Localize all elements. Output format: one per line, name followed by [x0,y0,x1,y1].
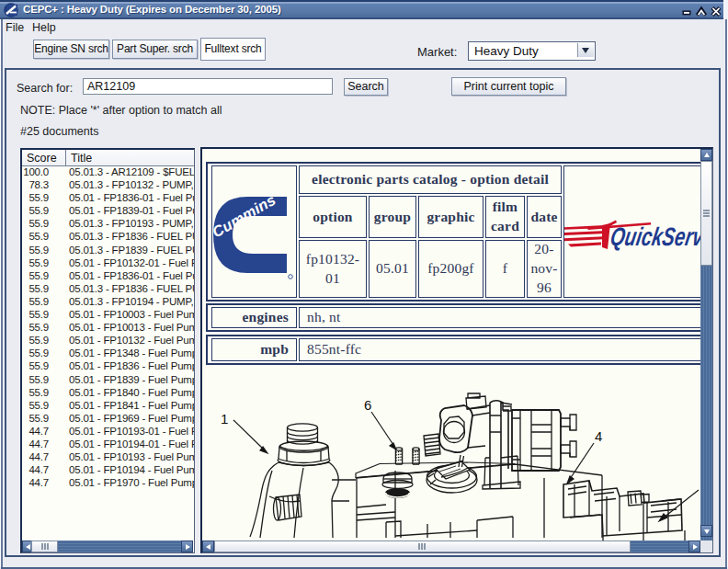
svg-text:6: 6 [364,397,371,413]
svg-text:4: 4 [595,428,602,444]
svg-text:1: 1 [221,411,228,427]
svg-text:QuickServe: QuickServe [609,222,713,252]
